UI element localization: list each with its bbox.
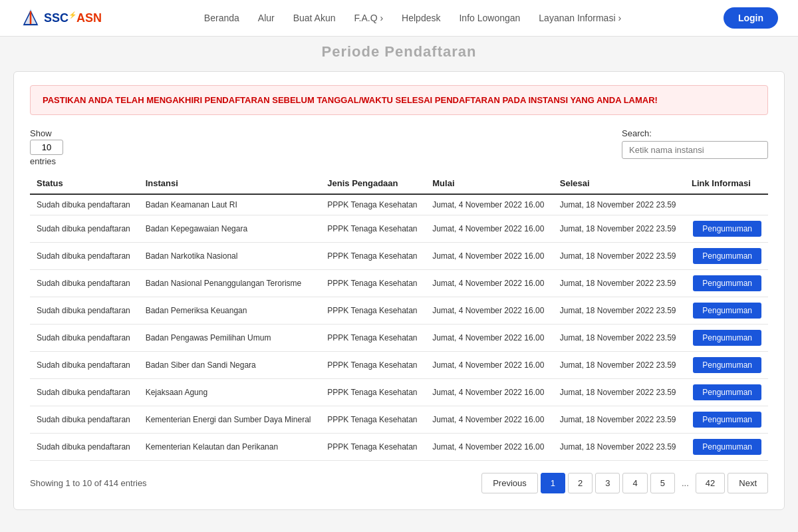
table-row: Sudah dibuka pendaftaranKementerian Kela… [30, 434, 768, 461]
cell-mulai: Jumat, 4 November 2022 16.00 [426, 270, 553, 297]
search-area: Search: [622, 128, 768, 159]
page-ellipsis: ... [678, 473, 693, 493]
pengumuman-button[interactable]: Pengumuman [693, 248, 761, 264]
cell-link: Pengumuman [685, 352, 768, 379]
cell-link: Pengumuman [685, 243, 768, 270]
page-42-button[interactable]: 42 [696, 473, 725, 493]
cell-instansi: Badan Keamanan Laut RI [139, 194, 321, 215]
page-title: Periode Pendaftaran [0, 37, 798, 65]
nav-alur[interactable]: Alur [258, 13, 275, 23]
table-row: Sudah dibuka pendaftaranBadan Narkotika … [30, 243, 768, 270]
next-button[interactable]: Next [728, 473, 768, 493]
pagination: Previous 1 2 3 4 5 ... 42 Next [481, 473, 768, 493]
main-content: PASTIKAN ANDA TELAH MENGAKHIRI PENDAFTAR… [13, 71, 785, 510]
logo-text: SSC⚡ASN [44, 11, 102, 25]
cell-jenis: PPPK Tenaga Kesehatan [321, 270, 426, 297]
pengumuman-button[interactable]: Pengumuman [693, 439, 761, 455]
cell-jenis: PPPK Tenaga Kesehatan [321, 406, 426, 434]
nav-faq[interactable]: F.A.Q › [354, 13, 384, 23]
cell-mulai: Jumat, 4 November 2022 16.00 [426, 406, 553, 434]
cell-mulai: Jumat, 4 November 2022 16.00 [426, 194, 553, 215]
alert-text: PASTIKAN ANDA TELAH MENGAKHIRI PENDAFTAR… [43, 95, 658, 105]
cell-jenis: PPPK Tenaga Kesehatan [321, 434, 426, 461]
cell-instansi: Badan Nasional Penanggulangan Terorisme [139, 270, 321, 297]
pengumuman-button[interactable]: Pengumuman [693, 303, 761, 319]
table-row: Sudah dibuka pendaftaranKejaksaan AgungP… [30, 379, 768, 406]
show-entries-input[interactable] [30, 140, 63, 155]
data-table: Status Instansi Jenis Pengadaan Mulai Se… [30, 173, 768, 461]
table-row: Sudah dibuka pendaftaranBadan Kepegawaia… [30, 215, 768, 243]
cell-mulai: Jumat, 4 November 2022 16.00 [426, 325, 553, 352]
cell-mulai: Jumat, 4 November 2022 16.00 [426, 215, 553, 243]
cell-status: Sudah dibuka pendaftaran [30, 243, 139, 270]
nav-layanan-informasi[interactable]: Layanan Informasi › [539, 13, 621, 23]
cell-link: Pengumuman [685, 406, 768, 434]
cell-mulai: Jumat, 4 November 2022 16.00 [426, 352, 553, 379]
cell-jenis: PPPK Tenaga Kesehatan [321, 297, 426, 325]
pengumuman-button[interactable]: Pengumuman [693, 330, 761, 346]
show-label: Show [30, 128, 63, 138]
pengumuman-button[interactable]: Pengumuman [693, 357, 761, 373]
col-header-instansi: Instansi [139, 173, 321, 194]
table-row: Sudah dibuka pendaftaranBadan Pengawas P… [30, 325, 768, 352]
cell-mulai: Jumat, 4 November 2022 16.00 [426, 379, 553, 406]
col-header-mulai: Mulai [426, 173, 553, 194]
table-header: Status Instansi Jenis Pengadaan Mulai Se… [30, 173, 768, 194]
cell-selesai: Jumat, 18 November 2022 23.59 [553, 352, 685, 379]
cell-mulai: Jumat, 4 November 2022 16.00 [426, 243, 553, 270]
cell-selesai: Jumat, 18 November 2022 23.59 [553, 243, 685, 270]
cell-status: Sudah dibuka pendaftaran [30, 434, 139, 461]
table-row: Sudah dibuka pendaftaranBadan Keamanan L… [30, 194, 768, 215]
cell-status: Sudah dibuka pendaftaran [30, 194, 139, 215]
cell-status: Sudah dibuka pendaftaran [30, 379, 139, 406]
cell-jenis: PPPK Tenaga Kesehatan [321, 243, 426, 270]
search-input[interactable] [622, 141, 768, 159]
nav-info-lowongan[interactable]: Info Lowongan [459, 13, 520, 23]
cell-instansi: Badan Kepegawaian Negara [139, 215, 321, 243]
cell-instansi: Badan Siber dan Sandi Negara [139, 352, 321, 379]
cell-status: Sudah dibuka pendaftaran [30, 297, 139, 325]
page-2-button[interactable]: 2 [568, 473, 593, 493]
col-header-link: Link Informasi [685, 173, 768, 194]
cell-link: Pengumuman [685, 215, 768, 243]
nav-buat-akun[interactable]: Buat Akun [293, 13, 336, 23]
alert-banner: PASTIKAN ANDA TELAH MENGAKHIRI PENDAFTAR… [30, 85, 768, 115]
table-body: Sudah dibuka pendaftaranBadan Keamanan L… [30, 194, 768, 461]
showing-text: Showing 1 to 10 of 414 entries [30, 478, 147, 488]
cell-instansi: Kementerian Kelautan dan Perikanan [139, 434, 321, 461]
nav-helpdesk[interactable]: Helpdesk [402, 13, 440, 23]
cell-link: Pengumuman [685, 297, 768, 325]
page-1-button[interactable]: 1 [541, 473, 565, 493]
pengumuman-button[interactable]: Pengumuman [693, 384, 761, 400]
table-controls: Show entries Search: [30, 128, 768, 166]
table-row: Sudah dibuka pendaftaranBadan Nasional P… [30, 270, 768, 297]
login-button[interactable]: Login [724, 7, 778, 29]
cell-link [685, 194, 768, 215]
table-row: Sudah dibuka pendaftaranBadan Siber dan … [30, 352, 768, 379]
cell-link: Pengumuman [685, 270, 768, 297]
entries-label: entries [30, 156, 63, 166]
cell-link: Pengumuman [685, 434, 768, 461]
page-3-button[interactable]: 3 [595, 473, 620, 493]
prev-button[interactable]: Previous [481, 473, 538, 493]
logo: SSC⚡ASN [20, 7, 102, 29]
pengumuman-button[interactable]: Pengumuman [693, 412, 761, 428]
cell-link: Pengumuman [685, 325, 768, 352]
cell-jenis: PPPK Tenaga Kesehatan [321, 352, 426, 379]
cell-instansi: Badan Narkotika Nasional [139, 243, 321, 270]
cell-selesai: Jumat, 18 November 2022 23.59 [553, 215, 685, 243]
cell-selesai: Jumat, 18 November 2022 23.59 [553, 194, 685, 215]
col-header-jenis: Jenis Pengadaan [321, 173, 426, 194]
cell-mulai: Jumat, 4 November 2022 16.00 [426, 434, 553, 461]
cell-status: Sudah dibuka pendaftaran [30, 352, 139, 379]
nav-beranda[interactable]: Beranda [204, 13, 239, 23]
search-label: Search: [622, 128, 652, 138]
show-entries-control: Show entries [30, 128, 63, 166]
page-4-button[interactable]: 4 [622, 473, 647, 493]
page-5-button[interactable]: 5 [650, 473, 675, 493]
pengumuman-button[interactable]: Pengumuman [693, 221, 761, 237]
col-header-status: Status [30, 173, 139, 194]
cell-selesai: Jumat, 18 November 2022 23.59 [553, 406, 685, 434]
cell-jenis: PPPK Tenaga Kesehatan [321, 194, 426, 215]
pengumuman-button[interactable]: Pengumuman [693, 275, 761, 291]
